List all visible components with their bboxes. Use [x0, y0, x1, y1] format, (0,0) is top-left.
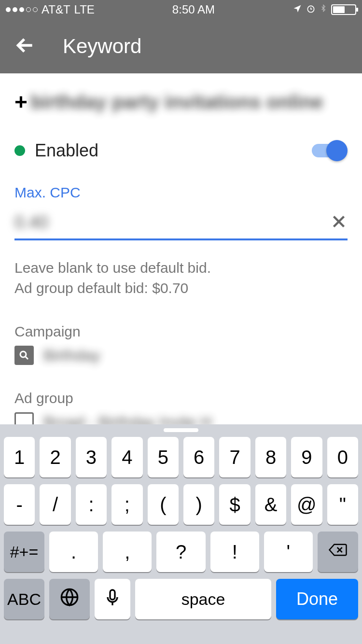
svg-rect-3 — [110, 590, 115, 600]
symbol-key[interactable]: & — [255, 484, 286, 525]
max-cpc-field[interactable]: 0.40 — [14, 212, 348, 240]
campaign-label: Campaign — [14, 323, 348, 340]
keyboard-row-3: #+= .,?!' — [0, 532, 362, 572]
status-label: Enabled — [35, 140, 98, 161]
location-icon — [292, 3, 302, 16]
battery-icon — [331, 4, 356, 15]
punct-key[interactable]: ? — [156, 532, 205, 572]
number-key[interactable]: 1 — [4, 437, 35, 477]
network-label: LTE — [74, 3, 95, 16]
svg-point-1 — [20, 351, 26, 357]
mic-icon — [103, 588, 122, 611]
alarm-icon — [306, 3, 316, 16]
symbol-key[interactable]: / — [40, 484, 70, 525]
number-key[interactable]: 3 — [76, 437, 107, 477]
carrier-label: AT&T — [42, 3, 70, 16]
clear-input-button[interactable] — [330, 213, 348, 232]
punct-key[interactable]: ! — [210, 532, 259, 572]
campaign-row[interactable]: Birthday — [14, 346, 348, 365]
number-key[interactable]: 0 — [327, 437, 358, 477]
max-cpc-label: Max. CPC — [14, 184, 348, 201]
symbols-key[interactable]: #+= — [4, 532, 44, 572]
number-key[interactable]: 9 — [291, 437, 322, 477]
campaign-value: Birthday — [43, 347, 100, 364]
app-header: Keyword — [0, 19, 362, 73]
symbol-key[interactable]: ) — [183, 484, 214, 525]
abc-key[interactable]: ABC — [4, 579, 44, 619]
content-area: + birthday party invitations online Enab… — [0, 73, 362, 432]
number-key[interactable]: 4 — [111, 437, 142, 477]
number-key[interactable]: 2 — [40, 437, 70, 477]
punct-key[interactable]: ' — [264, 532, 313, 572]
symbol-key[interactable]: " — [327, 484, 358, 525]
keyword-text: birthday party invitations online — [30, 91, 323, 113]
number-key[interactable]: 5 — [148, 437, 179, 477]
keyboard-row-1: 1234567890 — [0, 437, 362, 477]
symbol-key[interactable]: ; — [111, 484, 142, 525]
backspace-key[interactable] — [318, 532, 358, 572]
punct-key[interactable]: . — [49, 532, 98, 572]
backspace-icon — [328, 540, 348, 564]
globe-key[interactable] — [49, 579, 90, 619]
keyboard-row-2: -/:;()$&@" — [0, 484, 362, 525]
max-cpc-value[interactable]: 0.40 — [14, 212, 330, 233]
number-key[interactable]: 7 — [219, 437, 250, 477]
number-key[interactable]: 6 — [183, 437, 214, 477]
punct-key[interactable]: , — [103, 532, 152, 572]
clock-label: 8:50 AM — [172, 3, 215, 16]
symbol-key[interactable]: $ — [219, 484, 250, 525]
adgroup-label: Ad group — [14, 390, 348, 406]
keyboard-grabber[interactable] — [164, 428, 198, 432]
keyword-row: + birthday party invitations online — [14, 89, 348, 115]
status-dot-icon — [14, 145, 25, 156]
done-key[interactable]: Done — [276, 579, 358, 619]
mic-key[interactable] — [95, 579, 130, 619]
ios-keyboard: 1234567890 -/:;()$&@" #+= .,?!' ABC spac… — [0, 424, 362, 644]
number-key[interactable]: 8 — [255, 437, 286, 477]
search-campaign-icon — [14, 346, 34, 365]
space-key[interactable]: space — [135, 579, 271, 619]
status-bar: AT&T LTE 8:50 AM — [0, 0, 362, 19]
match-type-prefix: + — [14, 89, 28, 115]
symbol-key[interactable]: : — [76, 484, 107, 525]
symbol-key[interactable]: @ — [291, 484, 322, 525]
helper-line-1: Leave blank to use default bid. — [14, 258, 348, 278]
back-button[interactable] — [14, 35, 36, 58]
helper-line-2: Ad group default bid: $0.70 — [14, 278, 348, 298]
symbol-key[interactable]: - — [4, 484, 35, 525]
bluetooth-icon — [320, 3, 327, 16]
symbol-key[interactable]: ( — [148, 484, 179, 525]
page-title: Keyword — [63, 35, 141, 58]
globe-icon — [60, 588, 79, 611]
keyboard-row-bottom: ABC space Done — [0, 579, 362, 619]
max-cpc-helper: Leave blank to use default bid. Ad group… — [14, 258, 348, 298]
signal-dots — [6, 7, 38, 12]
enabled-toggle[interactable] — [312, 140, 348, 161]
